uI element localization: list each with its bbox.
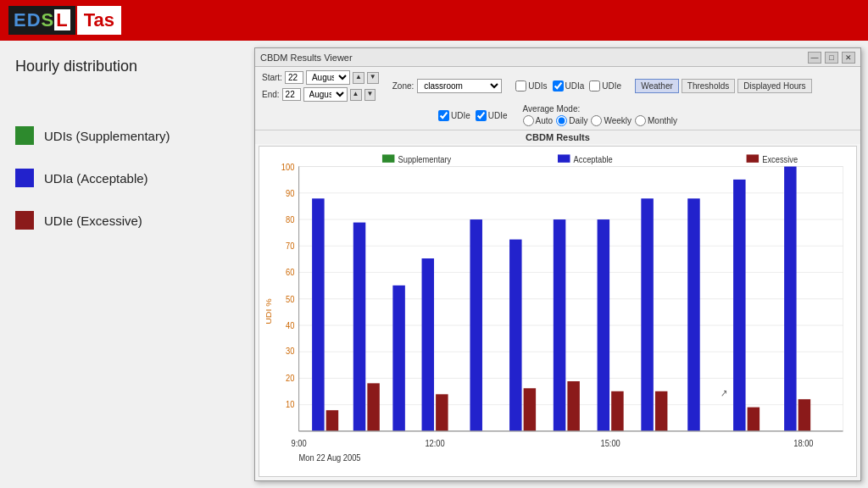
- weekly-radio-item: Weekly: [591, 115, 632, 126]
- svg-rect-39: [392, 286, 404, 431]
- svg-text:40: 40: [286, 320, 295, 330]
- svg-text:15:00: 15:00: [600, 438, 620, 448]
- legend-item-acceptable: UDIa (Acceptable): [15, 169, 239, 187]
- monthly-radio[interactable]: [635, 115, 646, 126]
- svg-text:20: 20: [286, 373, 295, 383]
- svg-text:18:00: 18:00: [793, 438, 814, 448]
- auto-radio-item: Auto: [523, 115, 554, 126]
- svg-rect-29: [382, 154, 394, 162]
- svg-rect-52: [733, 180, 745, 431]
- maximize-button[interactable]: □: [825, 52, 838, 64]
- svg-rect-45: [554, 219, 565, 431]
- svg-rect-35: [312, 198, 324, 431]
- legend-color-green: [15, 126, 34, 145]
- end-day-input[interactable]: [282, 88, 301, 101]
- start-spin-up[interactable]: ▲: [353, 72, 364, 84]
- udie-checkbox-item-3: UDIe: [476, 110, 508, 121]
- start-label: Start:: [262, 73, 282, 82]
- svg-rect-31: [558, 154, 570, 162]
- avg-mode-label: Average Mode:: [523, 104, 677, 114]
- weekly-radio[interactable]: [591, 115, 602, 126]
- svg-text:Mon 22 Aug 2005: Mon 22 Aug 2005: [299, 453, 361, 463]
- svg-text:30: 30: [286, 347, 295, 357]
- thresholds-button[interactable]: Thresholds: [682, 79, 735, 93]
- svg-rect-53: [748, 408, 760, 431]
- svg-text:80: 80: [286, 214, 295, 225]
- controls-panel: Start: August ▲ ▼ End: August: [255, 67, 860, 130]
- end-spin-up[interactable]: ▲: [350, 89, 362, 101]
- svg-rect-46: [567, 381, 579, 431]
- auto-radio[interactable]: [523, 115, 534, 126]
- end-month-select[interactable]: August: [303, 87, 348, 102]
- end-date-group: End: August ▲ ▼: [262, 87, 379, 102]
- svg-text:↗: ↗: [721, 387, 727, 398]
- svg-text:Acceptable: Acceptable: [574, 154, 613, 164]
- svg-text:50: 50: [286, 294, 295, 304]
- minimize-button[interactable]: —: [808, 52, 821, 64]
- udis-checkbox-item: UDIs: [515, 80, 547, 92]
- svg-rect-43: [509, 240, 521, 431]
- legend-color-red: [15, 211, 34, 230]
- start-date-group: Start: August ▲ ▼: [262, 70, 379, 85]
- avg-mode-group: Average Mode: Auto Daily Weekly Monthl: [523, 104, 677, 126]
- logo-e: ED: [14, 9, 42, 30]
- svg-text:9:00: 9:00: [292, 438, 308, 448]
- udia-checkbox-item: UDIa: [553, 80, 585, 92]
- legend-label-acceptable: UDIa (Acceptable): [44, 171, 148, 186]
- svg-rect-50: [655, 391, 667, 431]
- daily-radio[interactable]: [556, 115, 567, 126]
- displayed-hours-button[interactable]: Displayed Hours: [737, 79, 811, 93]
- svg-text:Excessive: Excessive: [762, 154, 798, 164]
- left-panel: Hourly distribution UDIs (Supplementary)…: [0, 41, 254, 488]
- start-day-input[interactable]: [285, 71, 303, 84]
- svg-rect-33: [747, 154, 759, 162]
- logo-s: S: [42, 9, 55, 30]
- close-button[interactable]: ✕: [842, 52, 855, 64]
- start-spin-down[interactable]: ▼: [367, 72, 379, 84]
- svg-text:UDI %: UDI %: [264, 298, 273, 324]
- daily-radio-item: Daily: [556, 115, 587, 126]
- legend-color-blue: [15, 169, 34, 187]
- svg-rect-42: [470, 219, 481, 431]
- udie-checkbox-2[interactable]: [438, 110, 449, 121]
- logo-edsl: EDSL: [8, 6, 75, 35]
- svg-rect-37: [353, 223, 365, 431]
- logo-l: L: [54, 9, 70, 30]
- cbdm-window: CBDM Results Viewer — □ ✕ Start: August: [254, 47, 861, 481]
- weather-button[interactable]: Weather: [635, 79, 679, 93]
- legend-item-excessive: UDIe (Excessive): [15, 211, 239, 230]
- window-title: CBDM Results Viewer: [260, 53, 353, 63]
- svg-text:90: 90: [286, 188, 295, 198]
- svg-rect-40: [422, 258, 434, 431]
- window-titlebar: CBDM Results Viewer — □ ✕: [255, 48, 860, 67]
- udie-checkbox-1[interactable]: [589, 80, 600, 92]
- svg-rect-44: [524, 388, 536, 431]
- controls-row-2: UDIe UDIe Average Mode: Auto Daily: [262, 104, 854, 126]
- svg-rect-49: [641, 198, 653, 431]
- monthly-radio-item: Monthly: [635, 115, 677, 126]
- svg-rect-41: [436, 394, 448, 431]
- svg-rect-36: [326, 410, 338, 431]
- udie-checkbox-group: UDIe UDIe: [438, 110, 508, 121]
- legend-label-supplementary: UDIs (Supplementary): [44, 129, 170, 143]
- results-title: CBDM Results: [255, 130, 860, 144]
- udie-checkbox-3[interactable]: [476, 110, 487, 121]
- svg-text:60: 60: [286, 268, 295, 278]
- zone-label: Zone:: [392, 81, 415, 91]
- svg-text:10: 10: [286, 399, 295, 409]
- udia-checkbox[interactable]: [553, 80, 564, 92]
- udis-checkbox[interactable]: [515, 80, 526, 92]
- start-month-select[interactable]: August: [306, 70, 350, 85]
- svg-text:12:00: 12:00: [425, 438, 445, 448]
- svg-rect-47: [598, 219, 609, 431]
- udie-checkbox-item-2: UDIe: [438, 110, 470, 121]
- end-spin-down[interactable]: ▼: [364, 89, 376, 101]
- svg-rect-48: [611, 391, 623, 431]
- avg-options-row: Auto Daily Weekly Monthly: [523, 115, 677, 126]
- zone-select[interactable]: classroom: [417, 79, 502, 93]
- section-title: Hourly distribution: [15, 58, 239, 75]
- legend-label-excessive: UDIe (Excessive): [44, 214, 142, 228]
- udie-checkbox-item-1: UDIe: [589, 80, 621, 92]
- svg-rect-54: [784, 167, 796, 431]
- controls-row-1: Start: August ▲ ▼ End: August: [262, 70, 854, 102]
